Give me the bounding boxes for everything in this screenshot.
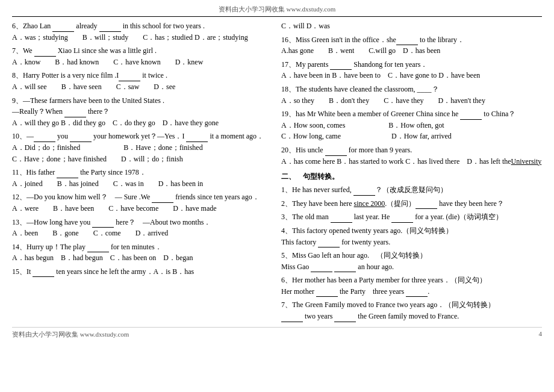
right-column: C．will D．was 16、Miss Green isn't in the … bbox=[281, 20, 542, 323]
question-18: 18、The students have cleaned the classro… bbox=[281, 84, 542, 106]
question-9: 9、—These farmers have been to the United… bbox=[12, 95, 273, 129]
left-column: 6、Zhao Lan already in this school for tw… bbox=[12, 20, 273, 323]
question-15-cd: C．will D．was bbox=[281, 20, 542, 32]
question-20: 20、His uncle for more than 9 years. A．ha… bbox=[281, 145, 542, 167]
header: 资料由大小学习网收集 www.dxstudy.com bbox=[12, 5, 542, 17]
sentence-3: 3、The old man last year. He for a year. … bbox=[281, 211, 542, 223]
question-8: 8、Harry Potter is a very nice film .I it… bbox=[12, 70, 273, 92]
question-16: 16、Miss Green isn't in the office．she to… bbox=[281, 34, 542, 57]
question-6: 6、Zhao Lan already in this school for tw… bbox=[12, 20, 273, 43]
sentence-5: 5、Miss Gao left an hour ago. （同义句转换） Mis… bbox=[281, 250, 542, 272]
question-15: 15、It ten years since he left the army．A… bbox=[12, 266, 273, 278]
section-2-title: 二、 句型转换。 bbox=[281, 172, 542, 182]
question-14: 14、Hurry up！The play for ten minutes． A．… bbox=[12, 241, 273, 264]
sentence-6: 6、Her mother has been a Party member for… bbox=[281, 275, 542, 297]
question-13: 13、—How long have you here？ —About two m… bbox=[12, 217, 273, 239]
question-10: 10、— you your homework yet？—Yes．I it a m… bbox=[12, 131, 273, 164]
sentence-2: 2、They have been here since 2000.（提问） ha… bbox=[281, 198, 542, 210]
question-19: 19、has Mr White been a member of Greener… bbox=[281, 108, 542, 142]
question-12: 12、—Do you know him well？ — Sure .We fri… bbox=[12, 191, 273, 214]
sentence-7: 7、The Green Family moved to France two y… bbox=[281, 299, 542, 322]
question-7: 7、We Xiao Li since she was a little girl… bbox=[12, 45, 273, 67]
sentence-4: 4、This factory opened twenty years ago.（… bbox=[281, 225, 542, 247]
question-11: 11、His father the Party since 1978． A．jo… bbox=[12, 167, 273, 189]
footer: 资料由大小学习网收集 www.dxstudy.com 4 bbox=[12, 327, 542, 339]
sentence-1: 1、He has never surfed, ？（改成反意疑问句） bbox=[281, 184, 542, 196]
question-17: 17、My parents Shandong for ten years． A．… bbox=[281, 59, 542, 81]
